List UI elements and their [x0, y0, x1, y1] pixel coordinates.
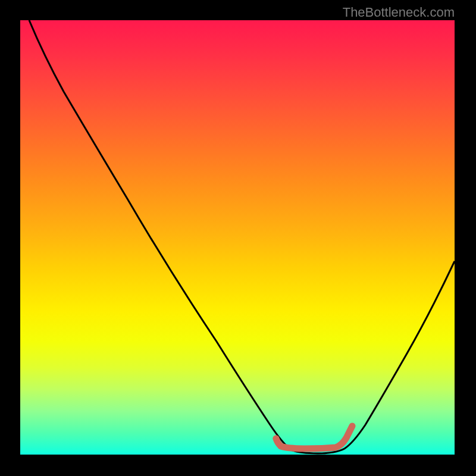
bottleneck-curve [29, 20, 455, 453]
chart-container: TheBottleneck.com [0, 0, 476, 476]
plot-area [20, 20, 455, 455]
watermark-text: TheBottleneck.com [343, 5, 455, 20]
optimal-range-marker [276, 426, 352, 449]
marker-start-dot [273, 436, 280, 442]
chart-svg [20, 20, 455, 455]
